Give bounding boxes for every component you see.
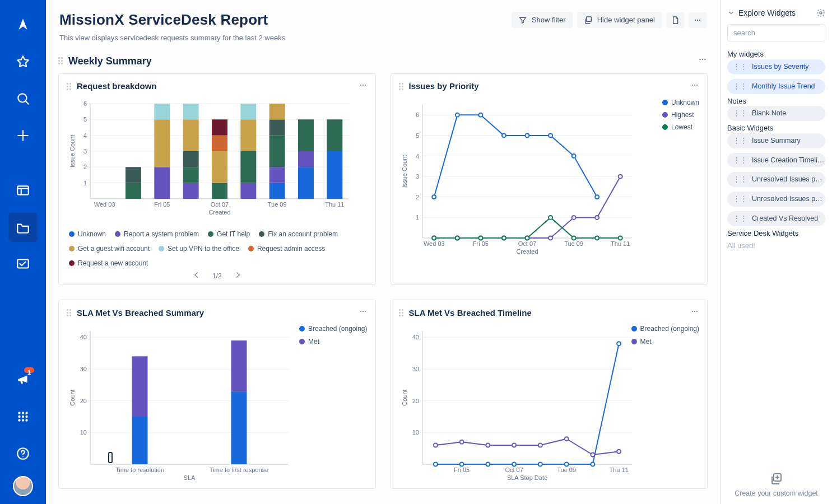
legend-item: Highest	[662, 110, 699, 119]
folder-icon[interactable]	[8, 213, 38, 242]
svg-point-122	[618, 236, 622, 240]
svg-text:Issue Count: Issue Count	[69, 134, 76, 167]
drag-handle-icon[interactable]	[67, 309, 72, 316]
legend-item: Lowest	[662, 123, 699, 132]
svg-point-169	[591, 463, 594, 466]
svg-text:Issue Count: Issue Count	[401, 155, 408, 188]
hide-widget-button[interactable]: Hide widget panel	[577, 12, 662, 29]
apps-icon[interactable]	[8, 402, 38, 431]
widget-chip[interactable]: ⋮⋮Issues by Severity	[727, 59, 825, 74]
announcements-icon[interactable]: 1	[8, 365, 38, 394]
svg-text:Oct 07: Oct 07	[505, 466, 523, 473]
svg-rect-47	[154, 167, 170, 199]
search-icon[interactable]	[8, 84, 38, 113]
svg-rect-141	[132, 357, 148, 417]
card-more-icon[interactable]	[359, 81, 368, 92]
svg-point-7	[22, 416, 24, 418]
svg-point-120	[571, 236, 575, 240]
svg-point-100	[501, 133, 505, 137]
widget-chip[interactable]: ⋮⋮Blank Note	[727, 106, 825, 121]
svg-text:3: 3	[415, 173, 419, 180]
svg-rect-70	[298, 119, 314, 151]
widget-chip[interactable]: ⋮⋮Monthly Issue Trend	[727, 79, 825, 94]
svg-rect-53	[183, 119, 199, 151]
svg-point-73	[692, 85, 693, 86]
svg-text:4: 4	[415, 152, 419, 159]
pager-next-icon[interactable]	[234, 271, 242, 281]
legend-item: Request admin access	[248, 244, 325, 253]
card-request-breakdown: Request breakdown 123456Wed 03Fri 05Oct …	[58, 73, 376, 286]
svg-rect-1	[17, 186, 29, 194]
avatar[interactable]	[13, 476, 33, 496]
svg-rect-140	[132, 417, 148, 464]
plus-icon[interactable]	[8, 121, 38, 150]
svg-text:30: 30	[412, 366, 419, 372]
legend-sla-summary: Breached (ongoing)Met	[299, 324, 367, 349]
gear-icon[interactable]	[816, 8, 825, 17]
svg-rect-59	[240, 183, 256, 198]
drag-handle-icon[interactable]	[399, 83, 405, 90]
panel-icon[interactable]	[8, 176, 38, 205]
card-more-icon[interactable]	[690, 307, 699, 319]
more-button[interactable]	[689, 12, 706, 28]
svg-text:2: 2	[415, 194, 419, 200]
widget-search-input[interactable]: search	[727, 24, 825, 42]
legend-item: Met	[299, 337, 367, 346]
app-logo-icon[interactable]	[8, 10, 38, 39]
section-more-icon[interactable]	[698, 54, 708, 67]
svg-point-118	[525, 236, 529, 240]
create-widget-button[interactable]: Create your custom widget	[727, 472, 825, 498]
svg-point-104	[595, 195, 599, 199]
card-more-icon[interactable]	[359, 307, 368, 319]
svg-point-117	[501, 236, 505, 240]
legend-item: Unknown	[662, 98, 699, 107]
pager-pos: 1/2	[212, 272, 222, 281]
export-pdf-button[interactable]	[666, 12, 684, 28]
card-title: Issues by Priority	[409, 81, 479, 92]
svg-text:30: 30	[80, 366, 87, 372]
svg-text:Wed 03: Wed 03	[423, 240, 444, 247]
chart-request-breakdown: 123456Wed 03Fri 05Oct 07Tue 09Thu 11Crea…	[64, 98, 356, 220]
card-more-icon[interactable]	[690, 81, 699, 92]
widget-chip[interactable]: ⋮⋮Issue Creation Timeli…	[727, 153, 825, 168]
svg-point-0	[18, 94, 26, 102]
star-icon[interactable]	[8, 47, 38, 76]
svg-text:20: 20	[80, 398, 87, 404]
svg-rect-67	[269, 104, 285, 119]
svg-point-177	[591, 453, 594, 457]
svg-rect-49	[154, 104, 170, 119]
svg-rect-54	[183, 104, 199, 119]
widget-chip[interactable]: ⋮⋮Unresolved Issues p…	[727, 172, 825, 187]
widget-chip[interactable]: ⋮⋮Created Vs Resolved	[727, 211, 825, 226]
svg-text:6: 6	[415, 111, 419, 118]
svg-rect-66	[269, 119, 285, 135]
svg-text:Fri 05: Fri 05	[472, 240, 488, 247]
svg-point-112	[595, 216, 599, 220]
widget-chip[interactable]: ⋮⋮Unresolved Issues p…	[727, 192, 825, 207]
help-icon[interactable]	[8, 439, 38, 468]
pager-prev-icon[interactable]	[192, 271, 200, 281]
drag-handle-icon[interactable]	[399, 309, 405, 316]
svg-text:6: 6	[83, 100, 87, 107]
kanban-icon[interactable]	[8, 250, 38, 279]
chevron-down-icon[interactable]	[727, 9, 735, 17]
card-title: SLA Met Vs Breached Summary	[77, 307, 204, 319]
widget-chip[interactable]: ⋮⋮Issue Summary	[727, 133, 825, 148]
text-cursor	[108, 452, 113, 463]
svg-point-116	[478, 236, 482, 240]
svg-point-111	[571, 216, 575, 220]
drag-handle-icon[interactable]	[67, 83, 72, 90]
svg-rect-48	[154, 119, 170, 167]
svg-rect-69	[298, 151, 314, 167]
svg-text:Created: Created	[516, 248, 538, 255]
main: MissionX ServiceDesk Report Show filter …	[46, 0, 720, 504]
svg-point-9	[18, 419, 20, 421]
svg-point-99	[478, 113, 482, 117]
drag-handle-icon[interactable]	[58, 57, 64, 64]
svg-rect-14	[586, 17, 591, 22]
legend-sla-timeline: Breached (ongoing)Met	[631, 324, 699, 349]
show-filter-button[interactable]: Show filter	[512, 12, 573, 29]
svg-rect-46	[126, 167, 141, 183]
svg-text:Tue 09: Tue 09	[268, 201, 287, 208]
svg-text:10: 10	[80, 430, 87, 436]
